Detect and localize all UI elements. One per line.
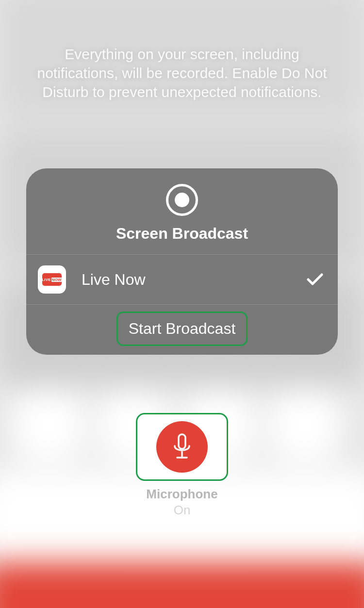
- svg-rect-0: [179, 434, 185, 449]
- microphone-icon: [156, 421, 208, 473]
- screen-broadcast-panel: Screen Broadcast LIVENOW Live Now Start …: [26, 168, 338, 355]
- checkmark-icon: [307, 273, 323, 286]
- broadcast-app-name: Live Now: [82, 271, 307, 289]
- start-broadcast-button[interactable]: Start Broadcast: [116, 312, 248, 346]
- microphone-toggle[interactable]: [136, 413, 228, 481]
- broadcast-app-row[interactable]: LIVENOW Live Now: [26, 254, 338, 305]
- panel-header: Screen Broadcast: [26, 168, 338, 254]
- record-icon: [166, 184, 198, 216]
- recording-warning-text: Everything on your screen, including not…: [27, 45, 337, 101]
- panel-title: Screen Broadcast: [116, 225, 248, 243]
- live-now-app-icon: LIVENOW: [38, 265, 66, 294]
- microphone-status: On: [174, 503, 191, 518]
- microphone-label: Microphone: [146, 487, 217, 502]
